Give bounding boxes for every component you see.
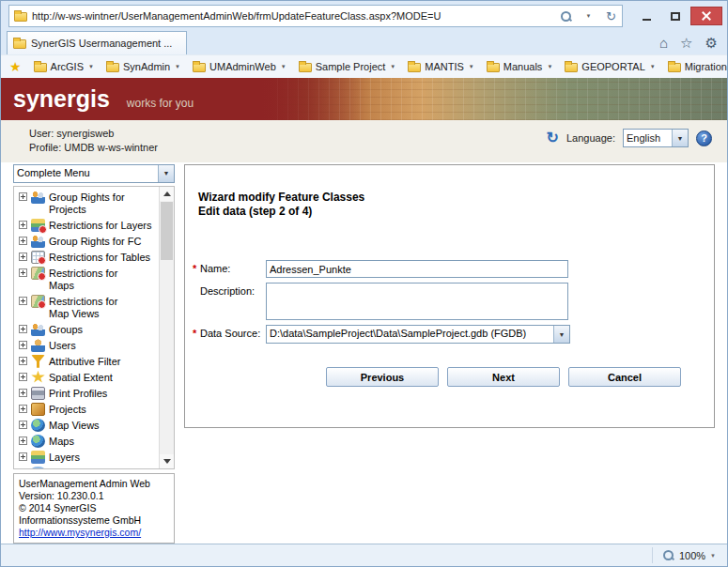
sidebar-item-map-views[interactable]: Map Views: [17, 417, 156, 433]
expand-plus-icon[interactable]: [19, 325, 27, 333]
scroll-up-arrow[interactable]: [160, 187, 174, 201]
favorite-geoportal[interactable]: GEOPORTAL ▼: [565, 61, 655, 72]
sidebar-item-projects[interactable]: Projects: [17, 401, 156, 417]
sidebar-item-restrictions-for-map-views[interactable]: Restrictions for Map Views: [17, 293, 156, 321]
sidebar-item-label: Group Rights for FC: [49, 235, 141, 248]
favorites-star-icon[interactable]: ☆: [680, 36, 692, 50]
wizard-step: Edit data (step 2 of 4): [198, 205, 701, 219]
sidebar-item-label: Map Views: [49, 419, 100, 432]
zoom-control[interactable]: 100% ▼: [652, 547, 723, 563]
sync-refresh-icon[interactable]: ↻: [547, 130, 559, 146]
scroll-down-arrow[interactable]: [160, 454, 174, 468]
previous-button[interactable]: Previous: [326, 367, 439, 387]
address-bar[interactable]: http://w-ws-wintner/UserManagementAdminW…: [8, 5, 623, 27]
datasource-row: * Data Source: D:\data\SampleProject\Dat…: [193, 325, 701, 344]
settings-gear-icon[interactable]: ⚙: [705, 36, 718, 50]
expand-plus-icon[interactable]: [19, 237, 27, 245]
home-icon[interactable]: ⌂: [659, 36, 668, 50]
expand-plus-icon[interactable]: [19, 421, 27, 429]
expand-plus-icon[interactable]: [19, 253, 27, 261]
sidebar-item-label: Restrictions for Maps: [49, 267, 118, 292]
sidebar-item-data-sources[interactable]: Data Sources: [17, 465, 156, 469]
printer-icon: [31, 387, 45, 400]
sidebar-item-group-rights-for-projects[interactable]: Group Rights for Projects: [17, 189, 156, 217]
footer-copyright: © 2014 SynerGIS: [19, 502, 169, 514]
synergis-banner: synergis works for you: [1, 78, 727, 120]
favorite-arcgis[interactable]: ArcGIS ▼: [34, 61, 94, 72]
description-textarea[interactable]: [266, 283, 568, 320]
maximize-icon: [671, 12, 680, 21]
sidebar-item-restrictions-for-layers[interactable]: Restrictions for Layers: [17, 217, 156, 233]
maximize-button[interactable]: [662, 7, 688, 25]
layers-icon: [31, 451, 45, 464]
banner-fade: [240, 78, 371, 120]
menu-filter-select[interactable]: Complete Menu ▼: [13, 164, 175, 183]
profile-label: Profile:: [29, 142, 61, 153]
sidebar-item-label: Projects: [49, 403, 86, 416]
chevron-down-icon[interactable]: ▼: [672, 130, 688, 146]
expand-plus-icon[interactable]: [19, 452, 27, 461]
favorite-manuals[interactable]: Manuals ▼: [487, 61, 553, 72]
tab-title: SynerGIS Usermanagement ...: [31, 38, 180, 49]
scrollbar-thumb[interactable]: [161, 202, 173, 260]
sidebar-item-print-profiles[interactable]: Print Profiles: [17, 385, 156, 401]
sidebar-item-group-rights-for-fc[interactable]: Group Rights for FC: [17, 233, 156, 249]
sidebar-item-spatial-extent[interactable]: Spatial Extent: [17, 369, 156, 385]
required-asterisk: *: [193, 325, 200, 339]
sidebar-item-attributive-filter[interactable]: Attributive Filter: [17, 353, 156, 369]
favorite-synadmin[interactable]: SynAdmin ▼: [106, 61, 180, 72]
expand-plus-icon[interactable]: [19, 268, 27, 277]
browser-toolbar-icons: ⌂ ☆ ⚙: [659, 36, 718, 54]
next-button[interactable]: Next: [447, 367, 560, 387]
favorites-bar-star-icon[interactable]: ★: [9, 60, 22, 73]
users-icon: [31, 339, 45, 352]
footer-company: Informationssysteme GmbH: [19, 514, 169, 527]
cancel-button[interactable]: Cancel: [568, 367, 681, 387]
folder-icon: [34, 63, 47, 72]
browser-window: http://w-ws-wintner/UserManagementAdminW…: [0, 0, 728, 567]
refresh-icon[interactable]: ↻: [602, 7, 620, 25]
expand-plus-icon[interactable]: [19, 341, 27, 349]
datasource-select[interactable]: D:\data\SampleProject\Data\SampleProject…: [266, 325, 570, 344]
sidebar-item-maps[interactable]: Maps: [17, 433, 156, 449]
sidebar-item-users[interactable]: Users: [17, 337, 156, 353]
sidebar-item-groups[interactable]: Groups: [17, 321, 156, 337]
language-select[interactable]: English ▼: [623, 129, 689, 147]
favorite-label: Manuals: [503, 61, 543, 72]
expand-plus-icon[interactable]: [19, 192, 27, 201]
expand-plus-icon[interactable]: [19, 221, 27, 229]
magnifier-icon: [560, 10, 572, 23]
expand-plus-icon[interactable]: [19, 373, 27, 381]
footer-link[interactable]: http://www.mysynergis.com/: [19, 527, 141, 538]
sidebar-item-restrictions-for-maps[interactable]: Restrictions for Maps: [17, 265, 156, 293]
favorite-mantis[interactable]: MANTIS ▼: [408, 61, 474, 72]
favorite-umadminweb[interactable]: UMAdminWeb ▼: [193, 61, 287, 72]
search-icon[interactable]: [557, 7, 575, 25]
minimize-button[interactable]: [634, 7, 659, 25]
favorite-sample-project[interactable]: Sample Project ▼: [299, 61, 396, 72]
help-button[interactable]: ?: [696, 130, 712, 146]
expand-plus-icon[interactable]: [19, 357, 27, 365]
tab-synergis-usermanagement[interactable]: SynerGIS Usermanagement ...: [7, 31, 187, 54]
chevron-down-icon: ▼: [650, 64, 656, 69]
description-row: Description:: [193, 283, 701, 320]
tree-scrollbar[interactable]: [159, 187, 174, 468]
url-text[interactable]: http://w-ws-wintner/UserManagementAdminW…: [32, 10, 552, 22]
expand-plus-icon[interactable]: [19, 405, 27, 413]
sidebar-item-restrictions-for-tables[interactable]: Restrictions for Tables: [17, 249, 156, 265]
expand-plus-icon[interactable]: [19, 297, 27, 305]
chevron-down-icon[interactable]: ▼: [553, 326, 569, 343]
expand-plus-icon[interactable]: [19, 468, 27, 469]
address-dropdown-caret-icon[interactable]: ▼: [580, 7, 597, 25]
chevron-down-icon[interactable]: ▼: [158, 165, 174, 182]
sidebar-item-layers[interactable]: Layers: [17, 449, 156, 465]
map-view-restriction-icon: [31, 295, 45, 308]
filter-icon: [31, 355, 45, 368]
expand-plus-icon[interactable]: [19, 437, 27, 445]
name-input[interactable]: [266, 260, 568, 278]
expand-plus-icon[interactable]: [19, 389, 27, 397]
language-label: Language:: [566, 131, 615, 146]
logo-text: synergis: [13, 86, 110, 111]
favorite-migration[interactable]: Migration ▼: [668, 61, 728, 72]
close-button[interactable]: [690, 7, 722, 25]
